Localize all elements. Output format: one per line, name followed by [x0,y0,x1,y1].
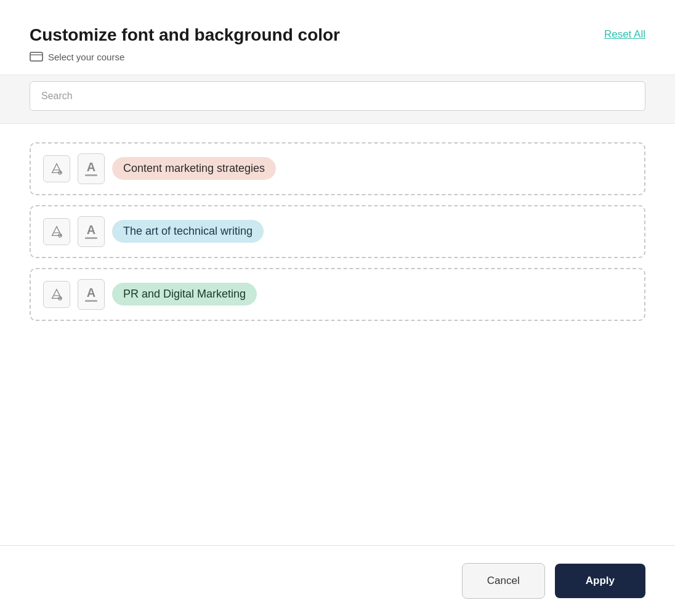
subtitle-text: Select your course [48,52,124,62]
dialog-title: Customize font and background color [30,25,340,46]
search-section [0,75,675,124]
course-label-3: PR and Digital Marketing [112,283,257,306]
course-label-1: Content marketing strategies [112,157,276,180]
dialog: Customize font and background color Sele… [0,0,675,616]
font-underline-1 [85,174,97,176]
font-underline-3 [85,300,97,302]
svg-rect-0 [30,52,42,61]
font-icon-1[interactable]: A [78,153,105,184]
dialog-footer: Cancel Apply [0,545,675,616]
course-item-1[interactable]: A Content marketing strategies [30,142,645,195]
bg-color-icon-3[interactable] [43,281,70,308]
search-input[interactable] [30,81,645,111]
bg-color-icon-1[interactable] [43,155,70,182]
course-item-3[interactable]: A PR and Digital Marketing [30,268,645,321]
font-underline-2 [85,237,97,239]
subtitle-row: Select your course [30,52,340,62]
font-letter-1: A [87,161,95,173]
font-letter-2: A [87,224,95,236]
bg-color-icon-2[interactable] [43,218,70,245]
font-icon-2[interactable]: A [78,216,105,247]
reset-all-link[interactable]: Reset All [604,28,645,41]
course-icon [30,52,43,62]
header-left: Customize font and background color Sele… [30,25,340,62]
font-icon-3[interactable]: A [78,279,105,310]
course-label-2: The art of technical writing [112,220,264,243]
font-letter-3: A [87,286,95,299]
cancel-button[interactable]: Cancel [462,563,545,599]
courses-section: A Content marketing strategies A The art… [0,124,675,545]
course-item-2[interactable]: A The art of technical writing [30,205,645,258]
apply-button[interactable]: Apply [555,564,645,598]
dialog-header: Customize font and background color Sele… [0,0,675,75]
